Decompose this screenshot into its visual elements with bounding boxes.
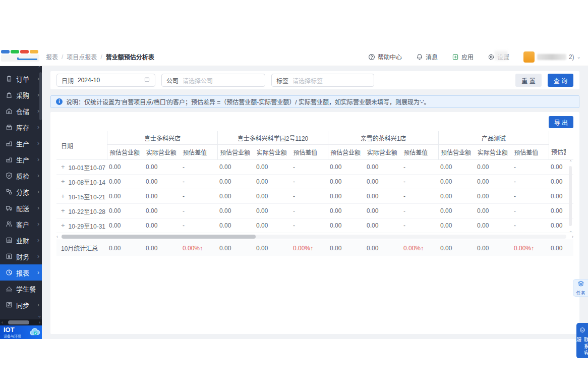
sidebar-item-student-meal[interactable]: 学生餐 [0, 281, 42, 297]
table-cell: 0.00 [328, 178, 365, 185]
column-header-date: 日期 [56, 131, 107, 159]
page: 报表/项目点报表/营业额预估分析表 帮助中心 消息 应用 设置 [0, 0, 588, 386]
table-cell: - [401, 207, 438, 214]
row-date-cell: +10-15至10-21 [56, 192, 107, 201]
column-header: 预估差值 [401, 148, 438, 156]
layers-icon [577, 280, 584, 289]
table-cell: 0.00 [144, 178, 181, 185]
tasks-label: 任务 [576, 290, 585, 296]
sidebar-item-order[interactable]: 订单› [0, 71, 42, 87]
sidebar-item-production-2[interactable]: 生产› [0, 151, 42, 168]
table-cell: - [291, 163, 328, 171]
horizontal-scrollbar-thumb[interactable] [62, 235, 256, 239]
sidebar-item-production-1[interactable]: 生产› [0, 135, 42, 151]
expand-row-button[interactable]: + [61, 164, 65, 170]
sidebar-scroll-up-icon[interactable]: ⌃ [37, 66, 41, 71]
vertical-scrollbar-thumb[interactable] [569, 166, 572, 226]
chevron-right-icon: › [37, 269, 39, 276]
sidebar-item-sorting[interactable]: 分拣› [0, 184, 42, 200]
sidebar-scroll-down-icon[interactable]: ⌄ [37, 314, 41, 318]
settings-button[interactable]: 设置 [488, 52, 509, 61]
table-row: +10-15至10-210.000.00-0.000.00-0.000.00-0… [56, 189, 573, 204]
sidebar-item-label: 分拣 [16, 187, 29, 197]
table-cell-partial: 0.00 [549, 207, 566, 214]
scroll-down-icon[interactable]: ⌄ [569, 229, 572, 233]
summary-cell: 0.00 [217, 245, 254, 252]
table-cell: 0.00 [438, 193, 475, 200]
contact-service-widget[interactable]: 联系客服 [576, 323, 588, 358]
summary-diff-cell: 0.00%↑ [181, 245, 217, 252]
users-icon [6, 220, 13, 228]
expand-row-button[interactable]: + [61, 208, 65, 214]
sidebar-item-customer[interactable]: 客户› [0, 216, 42, 232]
horizontal-scrollbar-track[interactable] [62, 235, 566, 239]
sidebar-item-purchase[interactable]: 采购› [0, 87, 42, 103]
table-cell: 0.00 [475, 207, 512, 214]
sidebar-item-business-finance[interactable]: 业财› [0, 232, 42, 248]
table-cell: - [181, 222, 217, 229]
tag-filter-input[interactable]: 标签 请选择标签 [271, 74, 374, 87]
summary-diff-cell: 0.00%↑ [512, 245, 549, 252]
scroll-left-icon[interactable]: ‹ [56, 234, 58, 240]
reset-button[interactable]: 重 置 [515, 74, 541, 87]
sidebar-item-inventory[interactable]: 库存› [0, 119, 42, 135]
expand-row-button[interactable]: + [61, 179, 65, 185]
app-plus-icon [452, 53, 459, 61]
search-button[interactable]: 查 询 [548, 74, 573, 87]
table-row: +10-01至10-070.000.00-0.000.00-0.000.00-0… [56, 160, 573, 175]
expand-row-button[interactable]: + [61, 193, 65, 199]
breadcrumb-item[interactable]: 报表 [46, 52, 58, 61]
production-icon [6, 156, 13, 163]
user-menu[interactable]: 2) ⌄ [523, 51, 581, 63]
truck-icon [6, 204, 13, 212]
expand-row-button[interactable]: + [61, 223, 65, 229]
row-date-label: 10-08至10-14 [69, 178, 105, 186]
messages-button[interactable]: 消息 [416, 52, 438, 61]
table-cell: - [401, 193, 438, 200]
table-body: +10-01至10-070.000.00-0.000.00-0.000.00-0… [56, 160, 573, 233]
table-row: +10-29至10-310.000.00-0.000.00-0.000.00-0… [56, 218, 573, 233]
chevron-right-icon: › [37, 301, 39, 308]
tasks-widget[interactable]: 任务 [573, 279, 588, 297]
chevron-right-icon: › [37, 220, 39, 228]
summary-diff-cell: 0.00%↑ [291, 245, 328, 252]
summary-cell: 0.00 [438, 245, 475, 252]
summary-cell: 0.00 [328, 245, 365, 252]
export-button[interactable]: 导 出 [549, 116, 573, 128]
sidebar-item-delivery[interactable]: 配送› [0, 200, 42, 216]
sidebar-item-label: 报表 [16, 268, 29, 278]
bell-icon [416, 53, 423, 61]
sidebar-item-label: 业财 [16, 236, 29, 245]
table-cell: - [291, 193, 328, 200]
scroll-right-icon[interactable]: › [572, 234, 573, 240]
iot-banner[interactable]: IOT 设备与环境 [0, 325, 42, 339]
chevron-right-icon: › [37, 124, 39, 131]
table-horizontal-scrollbar[interactable]: ‹ › [56, 234, 573, 240]
table-cell: 0.00 [438, 178, 475, 185]
sidebar-item-report[interactable]: 报表› [0, 264, 42, 281]
sidebar-horizontal-scrollbar-thumb[interactable] [8, 320, 29, 324]
cloud-icon [29, 326, 40, 339]
apps-button[interactable]: 应用 [452, 52, 474, 61]
breadcrumb-item[interactable]: 项目点报表 [67, 52, 97, 61]
sidebar-item-quality[interactable]: 质检› [0, 168, 42, 184]
scroll-up-icon[interactable]: ⌃ [569, 160, 572, 164]
report-card: 导 出 日期 喜士多科兴店预估营业额实际营业额预估差值喜士多科兴科学园2号112… [50, 112, 579, 334]
table-cell: 0.00 [217, 207, 254, 214]
sidebar-horizontal-scrollbar[interactable]: ‹ › [0, 319, 42, 325]
date-filter-input[interactable]: 日期 2024-10 [56, 74, 155, 87]
sidebar-item-sync[interactable]: 同步› [0, 297, 42, 313]
help-center-button[interactable]: 帮助中心 [368, 52, 402, 61]
summary-cell: 0.00 [144, 245, 181, 252]
sidebar-item-finance[interactable]: 财务› [0, 248, 42, 264]
top-bar: 报表/项目点报表/营业额预估分析表 帮助中心 消息 应用 设置 [0, 48, 588, 66]
row-date-label: 10-29至10-31 [69, 222, 105, 230]
breadcrumb-separator: / [62, 53, 63, 61]
sidebar-item-warehouse[interactable]: 仓储› [0, 103, 42, 119]
company-filter-input[interactable]: 公司 请选择公司 [161, 74, 265, 87]
sidebar-item-label: 生产 [16, 155, 29, 164]
scroll-right-icon[interactable]: › [39, 319, 40, 325]
table-vertical-scrollbar[interactable]: ⌃ ⌄ [567, 160, 573, 233]
table-cell: 0.00 [107, 222, 144, 229]
scroll-left-icon[interactable]: ‹ [2, 319, 3, 325]
